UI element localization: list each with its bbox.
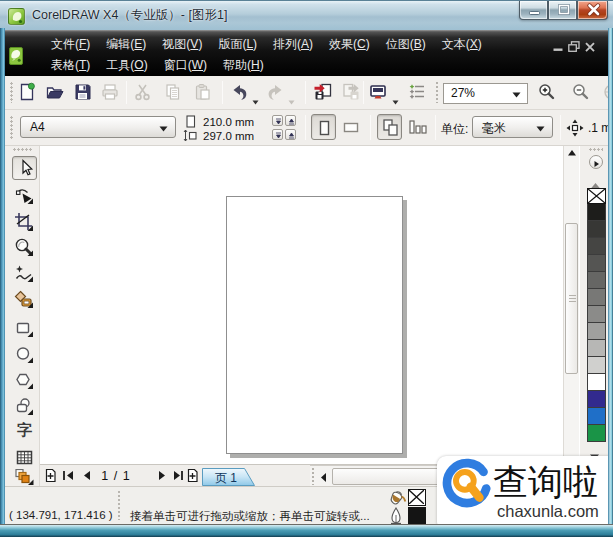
- redo-button[interactable]: [265, 82, 285, 102]
- drawing-page[interactable]: [226, 196, 403, 454]
- polygon-tool[interactable]: [12, 369, 37, 393]
- crop-tool[interactable]: [12, 210, 37, 234]
- menu-layout[interactable]: 版面(L): [210, 33, 265, 56]
- palette-swatch[interactable]: [587, 289, 606, 306]
- print-button[interactable]: [100, 82, 120, 102]
- palette-swatch[interactable]: [587, 204, 606, 221]
- palette-flyout-button[interactable]: [589, 155, 603, 169]
- zoom-in-icon: [537, 82, 557, 102]
- undo-dropdown[interactable]: [252, 91, 259, 96]
- mdi-restore-button[interactable]: [568, 39, 580, 51]
- close-button[interactable]: [577, 1, 608, 20]
- palette-swatch[interactable]: [587, 238, 606, 255]
- cut-button[interactable]: [133, 82, 153, 102]
- shape-tool[interactable]: [12, 184, 37, 208]
- zoom-out-button[interactable]: [571, 82, 591, 102]
- menu-row-2: 表格(T) 工具(O) 窗口(W) 帮助(H): [43, 54, 498, 77]
- freehand-tool[interactable]: [12, 262, 37, 286]
- paper-height-spin-down[interactable]: [272, 129, 283, 140]
- palette-swatch[interactable]: [587, 408, 606, 425]
- menu-effects[interactable]: 效果(C): [321, 33, 378, 56]
- toolbox-grip[interactable]: [13, 148, 33, 151]
- all-pages-button[interactable]: [377, 114, 402, 140]
- last-page-button[interactable]: [170, 468, 185, 483]
- new-button[interactable]: [17, 82, 37, 102]
- palette-swatch[interactable]: [587, 221, 606, 238]
- units-combo[interactable]: 毫米: [472, 116, 553, 138]
- no-color-swatch[interactable]: [587, 188, 606, 204]
- palette-grip[interactable]: [589, 148, 603, 151]
- previous-page-button[interactable]: [79, 468, 94, 483]
- basic-shapes-tool[interactable]: [12, 395, 37, 419]
- copy-button[interactable]: [163, 82, 183, 102]
- menu-window[interactable]: 窗口(W): [156, 54, 215, 77]
- open-button[interactable]: [45, 82, 65, 102]
- toolbar-grip[interactable]: [10, 82, 13, 103]
- redo-dropdown[interactable]: [288, 91, 295, 96]
- menu-bitmaps[interactable]: 位图(B): [378, 33, 434, 56]
- menu-table[interactable]: 表格(T): [43, 54, 98, 77]
- menu-help[interactable]: 帮助(H): [215, 54, 272, 77]
- vscroll-thumb[interactable]: [565, 223, 578, 374]
- palette-swatch[interactable]: [587, 391, 606, 408]
- paper-width-field[interactable]: 210.0 mm: [203, 116, 254, 128]
- page-tab[interactable]: 页 1: [202, 468, 255, 486]
- palette-swatch[interactable]: [587, 272, 606, 289]
- portrait-button[interactable]: [311, 114, 336, 140]
- launcher-dropdown[interactable]: [392, 91, 399, 96]
- palette-swatch[interactable]: [587, 425, 606, 442]
- whats-new-button[interactable]: [408, 82, 428, 102]
- paper-height-field[interactable]: 297.0 mm: [203, 130, 254, 142]
- paper-width-spin-up[interactable]: [285, 115, 296, 126]
- mdi-minimize-icon: [552, 41, 564, 53]
- palette-swatch[interactable]: [587, 374, 606, 391]
- pick-tool[interactable]: [12, 156, 37, 180]
- rectangle-tool-icon: [14, 319, 35, 339]
- export-button[interactable]: [341, 82, 361, 102]
- propbar-grip[interactable]: [10, 116, 13, 139]
- paper-height-icon: [183, 129, 197, 142]
- palette-swatch[interactable]: [587, 306, 606, 323]
- menu-tools[interactable]: 工具(O): [98, 54, 155, 77]
- outline-color-swatch[interactable]: [408, 507, 426, 524]
- palette-swatch[interactable]: [587, 340, 606, 357]
- menu-view[interactable]: 视图(V): [154, 33, 210, 56]
- paper-height-spin-up[interactable]: [285, 129, 296, 140]
- rectangle-tool[interactable]: [12, 317, 37, 341]
- mdi-minimize-button[interactable]: [552, 39, 564, 51]
- landscape-button[interactable]: [339, 114, 364, 140]
- smart-fill-tool[interactable]: [12, 288, 37, 312]
- scroll-up-button[interactable]: [564, 146, 579, 160]
- paste-button[interactable]: [193, 82, 213, 102]
- zoom-in-button[interactable]: [537, 82, 557, 102]
- maximize-button[interactable]: [548, 1, 577, 20]
- zoom-tool[interactable]: [12, 236, 37, 260]
- mdi-close-button[interactable]: [584, 39, 596, 51]
- current-page-button[interactable]: [405, 114, 430, 140]
- save-button[interactable]: [73, 82, 93, 102]
- zoom-level-combo[interactable]: 27%: [443, 83, 528, 104]
- new-document-icon: [17, 82, 37, 102]
- application-launcher-button[interactable]: [368, 82, 388, 102]
- next-page-button[interactable]: [154, 468, 169, 483]
- paper-width-spin-down[interactable]: [272, 115, 283, 126]
- palette-swatch[interactable]: [587, 357, 606, 374]
- text-tool[interactable]: 字: [12, 419, 37, 443]
- previous-page-icon: [79, 468, 94, 483]
- palette-swatch[interactable]: [587, 255, 606, 272]
- palette-swatch[interactable]: [587, 323, 606, 340]
- add-page-end-button[interactable]: [185, 468, 200, 483]
- undo-button[interactable]: [230, 82, 250, 102]
- first-page-button[interactable]: [61, 468, 76, 483]
- import-button[interactable]: [313, 82, 333, 102]
- add-page-start-button[interactable]: [43, 468, 58, 483]
- menu-arrange[interactable]: 排列(A): [265, 33, 321, 56]
- vertical-scrollbar[interactable]: [563, 146, 579, 464]
- paper-type-combo[interactable]: A4: [20, 116, 176, 138]
- menu-file[interactable]: 文件(F): [43, 33, 98, 56]
- fill-color-swatch[interactable]: [408, 489, 426, 506]
- menu-edit[interactable]: 编辑(E): [98, 33, 154, 56]
- menu-text[interactable]: 文本(X): [434, 33, 490, 56]
- ellipse-tool[interactable]: [12, 343, 37, 367]
- minimize-button[interactable]: [519, 1, 548, 20]
